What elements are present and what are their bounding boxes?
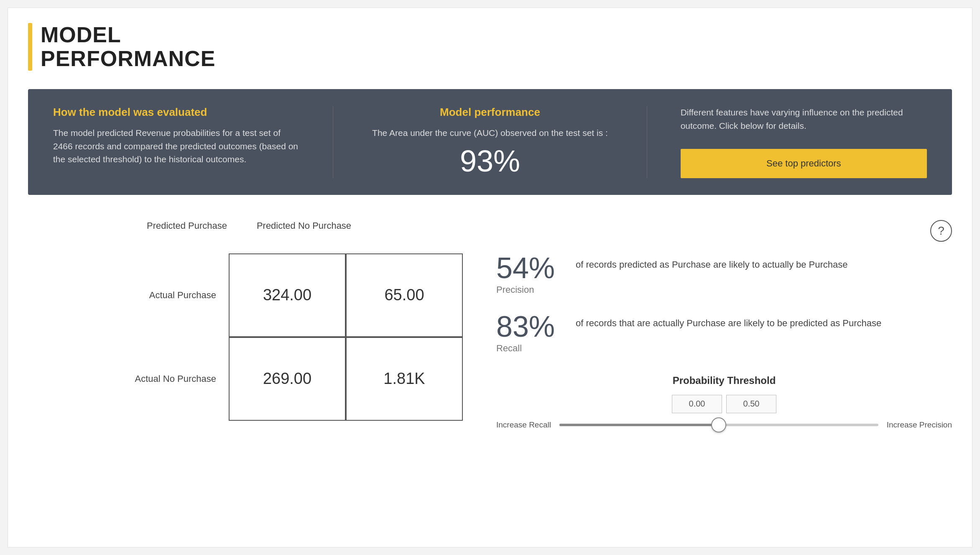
- matrix-cells-row2: 269.00 1.81K: [229, 337, 463, 421]
- auc-value: 93%: [460, 144, 520, 178]
- matrix-col-headers: Predicted Purchase Predicted No Purchase: [128, 220, 362, 232]
- precision-value-block: 54% Precision: [496, 253, 563, 295]
- threshold-slider-track[interactable]: [559, 424, 878, 426]
- precision-stat-row: 54% Precision of records predicted as Pu…: [496, 253, 952, 295]
- cell-fp: 269.00: [229, 337, 346, 421]
- banner-predictors-text: Different features have varying influenc…: [681, 106, 927, 132]
- see-top-predictors-button[interactable]: See top predictors: [681, 149, 927, 178]
- precision-label: Precision: [496, 284, 563, 295]
- banner-performance-title: Model performance: [440, 106, 540, 119]
- page-title: MODEL PERFORMANCE: [41, 23, 215, 71]
- precision-value: 54%: [496, 253, 563, 283]
- threshold-input-right[interactable]: [726, 395, 776, 413]
- threshold-input-left[interactable]: [672, 395, 722, 413]
- recall-desc: of records that are actually Purchase ar…: [576, 312, 881, 330]
- cell-fn: 65.00: [346, 253, 463, 337]
- banner-divider-1: [333, 106, 333, 178]
- recall-label: Recall: [496, 343, 563, 354]
- row-label-actual-purchase: Actual Purchase: [128, 289, 229, 302]
- matrix-cells-row1: 324.00 65.00: [229, 253, 463, 337]
- banner-divider-2: [647, 106, 647, 178]
- threshold-label-increase-precision: Increase Precision: [887, 420, 952, 430]
- matrix-stats-section: ? Predicted Purchase Predicted No Purcha…: [28, 220, 952, 430]
- help-icon[interactable]: ?: [930, 220, 952, 242]
- recall-stat-row: 83% Recall of records that are actually …: [496, 312, 952, 354]
- banner-section-evaluation-text: The model predicted Revenue probabilitie…: [53, 126, 299, 166]
- confusion-matrix: Predicted Purchase Predicted No Purchase…: [28, 220, 463, 421]
- threshold-slider-row: Increase Recall Increase Precision: [496, 420, 952, 430]
- banner-section-performance: Model performance The Area under the cur…: [367, 106, 613, 178]
- row-label-actual-no-purchase: Actual No Purchase: [128, 373, 229, 385]
- banner-section-predictors: Different features have varying influenc…: [681, 106, 927, 178]
- banner-section-evaluation: How the model was evaluated The model pr…: [53, 106, 299, 178]
- matrix-row-actual-no-purchase: Actual No Purchase 269.00 1.81K: [128, 337, 463, 421]
- col-header-predicted-purchase: Predicted Purchase: [128, 220, 245, 232]
- stats-section: 54% Precision of records predicted as Pu…: [496, 220, 952, 430]
- cell-tn: 1.81K: [346, 337, 463, 421]
- threshold-title: Probability Threshold: [496, 375, 952, 386]
- banner-section-evaluation-title: How the model was evaluated: [53, 106, 299, 119]
- threshold-section: Probability Threshold Increase Recall In…: [496, 375, 952, 430]
- threshold-inputs: [496, 395, 952, 413]
- threshold-label-increase-recall: Increase Recall: [496, 420, 551, 430]
- col-header-predicted-no-purchase: Predicted No Purchase: [245, 220, 362, 232]
- matrix-row-actual-purchase: Actual Purchase 324.00 65.00: [128, 253, 463, 337]
- slider-fill: [559, 424, 719, 426]
- help-icon-wrapper: ?: [930, 220, 952, 242]
- info-banner: How the model was evaluated The model pr…: [28, 89, 952, 195]
- precision-desc: of records predicted as Purchase are lik…: [576, 253, 848, 271]
- banner-performance-text: The Area under the curve (AUC) observed …: [372, 126, 608, 140]
- slider-thumb[interactable]: [711, 417, 726, 432]
- page-title-row: MODEL PERFORMANCE: [28, 23, 952, 71]
- cell-tp: 324.00: [229, 253, 346, 337]
- title-accent-bar: [28, 23, 32, 71]
- recall-value: 83%: [496, 312, 563, 341]
- recall-value-block: 83% Recall: [496, 312, 563, 354]
